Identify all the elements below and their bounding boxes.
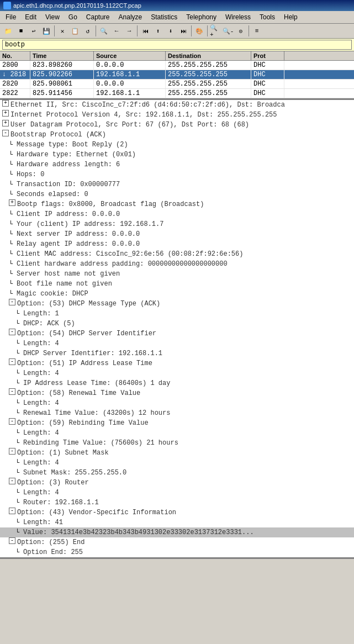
- proto-line[interactable]: -Option: (54) DHCP Server Identifier: [0, 329, 354, 339]
- proto-text: Rebinding Time Value: (75600s) 21 hours: [23, 438, 178, 448]
- proto-line: └Next server IP address: 0.0.0.0: [0, 229, 354, 239]
- menu-item-wireless[interactable]: Wireless: [221, 12, 255, 22]
- expand-icon[interactable]: +: [2, 100, 9, 107]
- collapse-icon[interactable]: -: [9, 508, 15, 514]
- toolbar-zoom-out-btn[interactable]: 🔍-: [222, 25, 234, 37]
- toolbar-find-btn[interactable]: 🔍: [98, 25, 110, 37]
- collapse-icon[interactable]: -: [9, 418, 15, 425]
- toolbar-go-first-btn[interactable]: ⏮: [139, 25, 151, 37]
- menu-item-telephony[interactable]: Telephony: [182, 12, 221, 22]
- proto-text: Option: (43) Vendor-Specific Information: [17, 508, 176, 518]
- proto-line[interactable]: -Option: (1) Subnet Mask: [0, 448, 354, 458]
- toolbar-open-btn[interactable]: 📁: [2, 25, 14, 37]
- toolbar-refresh-btn[interactable]: ↺: [82, 25, 94, 37]
- packet-row[interactable]: 2800823.8982600.0.0.0255.255.255.255DHC: [0, 61, 354, 70]
- tree-spacer: └: [15, 398, 23, 408]
- packet-list: No. Time Source Destination Prot 2800823…: [0, 51, 354, 100]
- proto-text: Transaction ID: 0x00000777: [17, 180, 120, 189]
- packet-dst: 255.255.255.255: [166, 89, 251, 98]
- app-icon: [3, 2, 11, 9]
- header-source: Source: [94, 51, 166, 60]
- expand-icon[interactable]: +: [9, 199, 15, 206]
- proto-line: └Client hardware address padding: 000000…: [0, 259, 354, 269]
- collapse-icon[interactable]: -: [9, 388, 15, 395]
- proto-text: Server host name not given: [17, 269, 120, 279]
- proto-text: Bootp flags: 0x8000, Broadcast flag (Bro…: [17, 199, 204, 209]
- packet-row[interactable]: ↓ 2818825.902266192.168.1.1255.255.255.2…: [0, 70, 354, 80]
- proto-line[interactable]: +User Datagram Protocol, Src Port: 67 (6…: [0, 120, 354, 130]
- toolbar-zoom-reset-btn[interactable]: ⊙: [235, 25, 247, 37]
- menu-item-file[interactable]: File: [1, 12, 20, 22]
- toolbar-fwd-btn[interactable]: →: [123, 25, 135, 37]
- proto-text: Option: (54) DHCP Server Identifier: [17, 329, 156, 339]
- proto-line[interactable]: -Option: (43) Vendor-Specific Informatio…: [0, 508, 354, 518]
- proto-text: Seconds elapsed: 0: [17, 189, 88, 199]
- expand-icon[interactable]: +: [2, 110, 9, 117]
- packet-row[interactable]: 2822825.911456192.168.1.1255.255.255.255…: [0, 89, 354, 98]
- packet-src: 192.168.1.1: [94, 70, 166, 79]
- toolbar-go-next-btn[interactable]: ⬇: [165, 25, 177, 37]
- expand-icon[interactable]: +: [2, 120, 9, 126]
- proto-line: └IP Address Lease Time: (86400s) 1 day: [0, 378, 354, 388]
- toolbar-go-prev-btn[interactable]: ⬆: [152, 25, 164, 37]
- menu-item-tools[interactable]: Tools: [255, 12, 279, 22]
- toolbar-close-btn[interactable]: ■: [15, 25, 27, 37]
- menu-item-statistics[interactable]: Statistics: [146, 12, 182, 22]
- toolbar-zoom-in-btn[interactable]: 🔍+: [209, 25, 221, 37]
- menu-bar: FileEditViewGoCaptureAnalyzeStatisticsTe…: [0, 11, 354, 24]
- proto-line[interactable]: -Option: (59) Rebinding Time Value: [0, 418, 354, 428]
- filter-input[interactable]: [2, 40, 352, 50]
- packet-row[interactable]: 2820825.9080610.0.0.0255.255.255.255DHC: [0, 80, 354, 89]
- collapse-icon[interactable]: -: [9, 329, 15, 335]
- toolbar-colorize-btn[interactable]: 🎨: [193, 25, 205, 37]
- packet-no: 2822: [0, 89, 30, 98]
- proto-line[interactable]: +Ethernet II, Src: CiscoInc_c7:2f:d6 (d4…: [0, 100, 354, 110]
- proto-text: Option: (3) Router: [17, 478, 89, 488]
- proto-line[interactable]: +Internet Protocol Version 4, Src: 192.1…: [0, 110, 354, 120]
- proto-text: Relay agent IP address: 0.0.0.0: [17, 239, 140, 249]
- collapse-icon[interactable]: -: [2, 130, 9, 136]
- proto-line[interactable]: -Option: (3) Router: [0, 478, 354, 488]
- window-title: apic.eth1.dhcp.not.pnp.20170119-1122CT.p…: [13, 2, 141, 9]
- collapse-icon[interactable]: -: [9, 537, 15, 544]
- menu-item-help[interactable]: Help: [279, 12, 302, 22]
- proto-line[interactable]: +Bootp flags: 0x8000, Broadcast flag (Br…: [0, 199, 354, 209]
- toolbar-reload-btn[interactable]: ↩: [28, 25, 40, 37]
- toolbar-save-btn[interactable]: 💾: [40, 25, 52, 37]
- proto-line[interactable]: -Bootstrap Protocol (ACK): [0, 130, 354, 140]
- menu-item-analyze[interactable]: Analyze: [114, 12, 147, 22]
- toolbar-cut-btn[interactable]: ✕: [56, 25, 68, 37]
- proto-line[interactable]: -Option: (58) Renewal Time Value: [0, 388, 354, 398]
- collapse-icon[interactable]: -: [9, 448, 15, 455]
- proto-line: └Relay agent IP address: 0.0.0.0: [0, 239, 354, 249]
- tree-spacer: └: [9, 269, 17, 279]
- collapse-icon[interactable]: -: [9, 478, 15, 484]
- proto-text: Client MAC address: CiscoInc_92:6e:56 (0…: [17, 249, 243, 259]
- tree-spacer: └: [15, 378, 23, 388]
- menu-item-view[interactable]: View: [41, 12, 64, 22]
- proto-line[interactable]: -Option: (255) End: [0, 537, 354, 547]
- proto-line[interactable]: -Option: (51) IP Address Lease Time: [0, 358, 354, 368]
- menu-item-go[interactable]: Go: [64, 12, 82, 22]
- proto-line: └Length: 1: [0, 309, 354, 319]
- toolbar-menu-btn[interactable]: ≡: [251, 25, 263, 37]
- collapse-icon[interactable]: -: [9, 358, 15, 365]
- tree-spacer: └: [9, 140, 17, 150]
- proto-text: Length: 4: [23, 368, 59, 378]
- proto-text: Length: 4: [23, 458, 59, 468]
- toolbar-go-last-btn[interactable]: ⏭: [177, 25, 189, 37]
- packet-dst: 255.255.255.255: [166, 70, 251, 79]
- menu-item-capture[interactable]: Capture: [82, 12, 114, 22]
- proto-line[interactable]: -Option: (53) DHCP Message Type (ACK): [0, 299, 354, 309]
- tree-spacer: └: [9, 209, 17, 219]
- collapse-icon[interactable]: -: [9, 299, 15, 305]
- proto-text: Option: (58) Renewal Time Value: [17, 388, 140, 398]
- toolbar-copy-btn[interactable]: 📋: [69, 25, 81, 37]
- proto-text: User Datagram Protocol, Src Port: 67 (67…: [10, 120, 249, 130]
- tree-spacer: └: [15, 349, 23, 358]
- toolbar-back-btn[interactable]: ←: [110, 25, 123, 37]
- proto-line: └Option End: 255: [0, 547, 354, 557]
- menu-item-edit[interactable]: Edit: [20, 12, 41, 22]
- proto-line: └Seconds elapsed: 0: [0, 189, 354, 199]
- packet-rows: 2800823.8982600.0.0.0255.255.255.255DHC↓…: [0, 61, 354, 98]
